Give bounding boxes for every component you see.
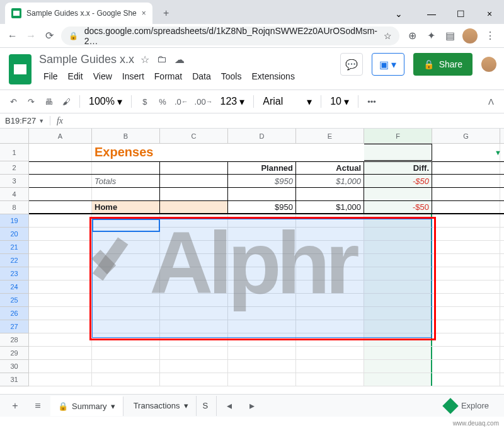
- undo-button[interactable]: ↶: [5, 93, 21, 110]
- spreadsheet-grid[interactable]: A B C D E F G 1 2 3 4 8 19 20 21 22 23 2…: [0, 129, 504, 417]
- row-header[interactable]: 23: [0, 267, 29, 281]
- col-header-e[interactable]: E: [296, 129, 364, 143]
- col-header-a[interactable]: A: [29, 129, 92, 143]
- row-headers: 1 2 3 4 8 19 20 21 22 23 24 25 26 27 28 …: [0, 144, 29, 386]
- paint-format-button[interactable]: 🖌: [58, 93, 74, 110]
- toolbar-more-button[interactable]: •••: [364, 93, 380, 110]
- url-input[interactable]: 🔒 docs.google.com/spreadsheets/d/1kZ8Nb_…: [61, 26, 399, 45]
- star-icon[interactable]: ☆: [140, 54, 149, 66]
- url-text: docs.google.com/spreadsheets/d/1kZ8Nb_Ro…: [84, 26, 377, 46]
- move-icon[interactable]: 🗀: [157, 54, 167, 66]
- account-avatar[interactable]: [481, 57, 496, 72]
- header-planned: Planned: [228, 162, 296, 174]
- increase-decimal-button[interactable]: .00→: [192, 93, 215, 110]
- home-label: Home: [92, 201, 160, 213]
- window-controls: ⌄ — ☐ ×: [384, 4, 504, 24]
- col-header-g[interactable]: G: [432, 129, 500, 143]
- star-icon[interactable]: ☆: [384, 31, 392, 41]
- menu-insert[interactable]: Insert: [118, 69, 149, 84]
- document-title[interactable]: Sample Guides x.x: [39, 53, 134, 66]
- row-header[interactable]: 3: [0, 175, 29, 188]
- back-button[interactable]: ←: [5, 27, 20, 45]
- menu-extensions[interactable]: Extensions: [247, 69, 299, 84]
- row-header[interactable]: 24: [0, 281, 29, 294]
- sheet-tab-other[interactable]: S: [199, 396, 217, 416]
- chevron-down-icon[interactable]: ▾: [111, 402, 115, 411]
- sheet-tab-transactions[interactable]: Transactions ▾: [126, 396, 197, 416]
- menu-edit[interactable]: Edit: [64, 69, 88, 84]
- scroll-tabs-right[interactable]: ▸: [242, 397, 262, 415]
- font-size-dropdown[interactable]: 10▾: [326, 96, 353, 108]
- cells-area[interactable]: Expenses ▼ Planned Actual Diff. Total: [29, 144, 504, 386]
- chevron-down-icon[interactable]: ⌄: [384, 4, 413, 24]
- row-header[interactable]: 29: [0, 347, 29, 360]
- cloud-status-icon[interactable]: ☁: [175, 54, 185, 66]
- currency-button[interactable]: $: [137, 93, 153, 110]
- comment-history-button[interactable]: 💬: [340, 53, 363, 76]
- menu-bar: File Edit View Insert Format Data Tools …: [39, 69, 334, 84]
- row-header[interactable]: 31: [0, 373, 29, 386]
- row-header[interactable]: 25: [0, 294, 29, 307]
- name-box[interactable]: B19:F27 ▼: [0, 116, 50, 125]
- minimize-button[interactable]: —: [417, 4, 446, 24]
- row-header[interactable]: 30: [0, 360, 29, 373]
- row-header[interactable]: 4: [0, 188, 29, 201]
- print-button[interactable]: 🖶: [40, 93, 57, 110]
- col-header-f[interactable]: F: [364, 129, 432, 143]
- extension-icon[interactable]: ▤: [444, 30, 456, 42]
- row-header[interactable]: 22: [0, 254, 29, 267]
- browser-tab-strip: Sample Guides x.x - Google She × + ⌄ — ☐…: [0, 0, 504, 24]
- home-actual: $1,000: [296, 201, 364, 213]
- zoom-dropdown[interactable]: 100%▾: [85, 96, 126, 108]
- redo-button[interactable]: ↷: [23, 93, 39, 110]
- row-header[interactable]: 26: [0, 307, 29, 320]
- explore-button[interactable]: Explore: [435, 400, 499, 412]
- reload-button[interactable]: ⟳: [42, 27, 57, 45]
- row-header[interactable]: 2: [0, 161, 29, 175]
- browser-tab[interactable]: Sample Guides x.x - Google She ×: [5, 3, 152, 24]
- forward-button[interactable]: →: [24, 27, 39, 45]
- row-header[interactable]: 1: [0, 144, 29, 161]
- collapse-toolbar-button[interactable]: ᐱ: [483, 93, 499, 110]
- share-button[interactable]: 🔒 Share: [413, 53, 472, 76]
- close-tab-icon[interactable]: ×: [142, 9, 146, 18]
- translate-icon[interactable]: ⊕: [406, 30, 418, 42]
- percent-button[interactable]: %: [154, 93, 171, 110]
- col-header-d[interactable]: D: [228, 129, 296, 143]
- profile-avatar[interactable]: [462, 28, 478, 43]
- row-header[interactable]: 27: [0, 320, 29, 333]
- meet-button[interactable]: ▣ ▾: [372, 53, 404, 76]
- menu-file[interactable]: File: [39, 69, 62, 84]
- menu-tools[interactable]: Tools: [217, 69, 246, 84]
- col-header-b[interactable]: B: [92, 129, 160, 143]
- extensions-icon[interactable]: ✦: [425, 30, 437, 42]
- lock-icon: 🔒: [423, 59, 434, 69]
- formula-bar-row: B19:F27 ▼ fx: [0, 113, 504, 129]
- expenses-title: Expenses: [92, 144, 160, 161]
- toolbar: ↶ ↷ 🖶 🖌 100%▾ $ % .0← .00→ 123▾ Arial▾ 1…: [0, 90, 504, 113]
- font-dropdown[interactable]: Arial▾: [259, 96, 316, 108]
- select-all-corner[interactable]: [0, 129, 29, 143]
- decrease-decimal-button[interactable]: .0←: [172, 93, 191, 110]
- chevron-down-icon[interactable]: ▾: [184, 401, 188, 410]
- number-format-dropdown[interactable]: 123▾: [217, 96, 249, 108]
- row-header[interactable]: 28: [0, 333, 29, 347]
- row-header[interactable]: 21: [0, 241, 29, 254]
- totals-planned: $950: [228, 175, 296, 187]
- scroll-tabs-left[interactable]: ◂: [219, 397, 239, 415]
- close-window-button[interactable]: ×: [475, 4, 504, 24]
- menu-format[interactable]: Format: [150, 69, 186, 84]
- row-header[interactable]: 20: [0, 228, 29, 241]
- new-tab-button[interactable]: +: [158, 4, 175, 22]
- maximize-button[interactable]: ☐: [446, 4, 475, 24]
- sheet-tab-summary[interactable]: 🔒 Summary ▾: [50, 396, 123, 416]
- add-sheet-button[interactable]: +: [5, 397, 25, 415]
- all-sheets-button[interactable]: ≡: [28, 397, 48, 415]
- menu-view[interactable]: View: [89, 69, 117, 84]
- row-header[interactable]: 19: [0, 214, 29, 228]
- sheets-logo[interactable]: [8, 53, 33, 86]
- row-header[interactable]: 8: [0, 201, 29, 214]
- col-header-c[interactable]: C: [160, 129, 228, 143]
- chrome-menu-icon[interactable]: ⋮: [484, 30, 496, 42]
- menu-data[interactable]: Data: [188, 69, 215, 84]
